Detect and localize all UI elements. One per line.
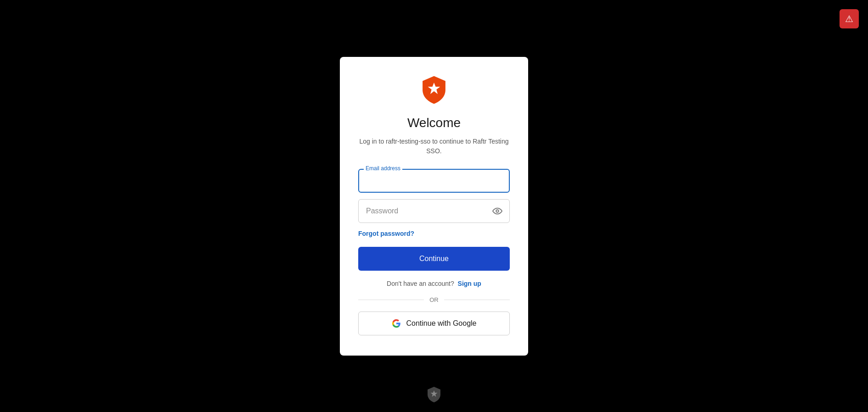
- or-text: OR: [429, 296, 439, 303]
- google-button-label: Continue with Google: [406, 319, 477, 328]
- bottom-shield-icon: [427, 386, 441, 403]
- page-subtitle: Log in to raftr-testing-sso to continue …: [358, 137, 510, 156]
- warning-button[interactable]: ⚠: [840, 9, 859, 28]
- forgot-password-row: Forgot password?: [358, 229, 510, 238]
- email-input[interactable]: [358, 169, 510, 193]
- password-field-group: [358, 199, 510, 223]
- svg-point-1: [496, 210, 499, 212]
- toggle-password-button[interactable]: [490, 204, 504, 218]
- divider-line-left: [358, 300, 424, 300]
- no-account-text: Don't have an account?: [387, 280, 454, 287]
- google-icon: [392, 319, 401, 328]
- divider-line-right: [444, 300, 510, 300]
- logo-container: [419, 75, 449, 106]
- signup-link[interactable]: Sign up: [458, 280, 481, 287]
- email-field-group: Email address: [358, 169, 510, 193]
- warning-icon: ⚠: [845, 13, 853, 24]
- or-divider: OR: [358, 296, 510, 303]
- password-input[interactable]: [358, 199, 510, 223]
- eye-icon: [492, 206, 502, 216]
- bottom-logo: [427, 386, 441, 405]
- google-signin-button[interactable]: Continue with Google: [358, 312, 510, 335]
- page-title: Welcome: [407, 116, 461, 130]
- signup-row: Don't have an account? Sign up: [387, 280, 481, 287]
- continue-button[interactable]: Continue: [358, 247, 510, 271]
- forgot-password-link[interactable]: Forgot password?: [358, 230, 414, 237]
- login-card: Welcome Log in to raftr-testing-sso to c…: [340, 57, 528, 356]
- password-wrapper: [358, 199, 510, 223]
- shield-logo-icon: [419, 75, 449, 105]
- email-field-wrapper: Email address: [358, 169, 510, 193]
